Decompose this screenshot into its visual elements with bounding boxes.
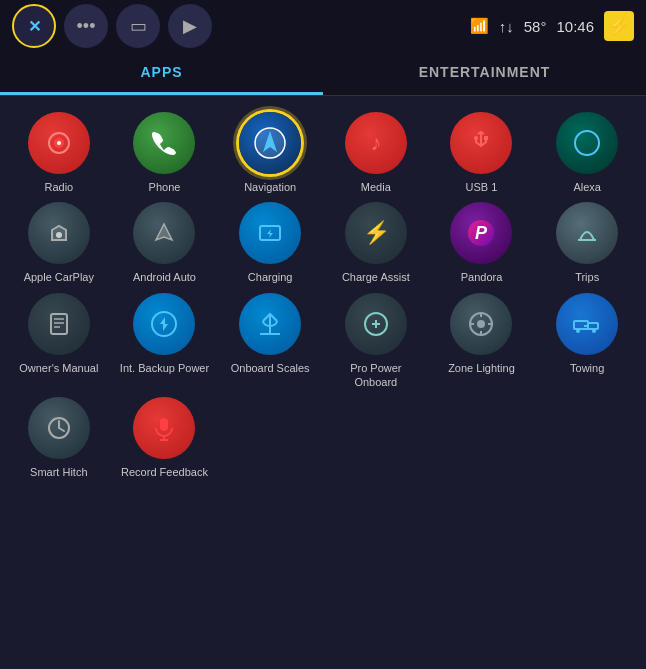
app-record-feedback[interactable]: Record Feedback [116,397,212,479]
alexa-icon [556,112,618,174]
onboard-scales-icon [239,293,301,355]
svg-rect-28 [588,323,598,329]
pro-power-onboard-icon [345,293,407,355]
svg-point-22 [477,320,485,328]
smart-hitch-icon [28,397,90,459]
radio-icon [28,112,90,174]
app-trips[interactable]: Trips [539,202,635,284]
android-auto-label: Android Auto [133,270,196,284]
app-radio[interactable]: Radio [11,112,107,194]
apps-container: RadioPhoneNavigation♪MediaUSB 1AlexaAppl… [0,96,646,663]
app-usb1[interactable]: USB 1 [433,112,529,194]
dots-icon[interactable]: ••• [64,4,108,48]
svg-point-29 [576,329,580,333]
signal-icon: ↑↓ [499,18,514,35]
media-icon: ♪ [345,112,407,174]
tab-entertainment[interactable]: ENTERTAINMENT [323,52,646,95]
svg-point-30 [592,329,596,333]
towing-icon [556,293,618,355]
zone-lighting-icon [450,293,512,355]
play-icon[interactable]: ▶ [168,4,212,48]
app-pro-power-onboard[interactable]: Pro Power Onboard [328,293,424,390]
app-charging[interactable]: Charging [222,202,318,284]
app-phone[interactable]: Phone [116,112,212,194]
app-zone-lighting[interactable]: Zone Lighting [433,293,529,390]
int-backup-power-icon [133,293,195,355]
status-right: 📶 ↑↓ 58° 10:46 ⚡ [470,11,634,41]
record-feedback-icon [133,397,195,459]
pandora-label: Pandora [461,270,503,284]
owners-manual-icon [28,293,90,355]
svg-rect-13 [51,314,67,334]
radio-label: Radio [44,180,73,194]
tab-apps[interactable]: APPS [0,52,323,95]
app-navigation[interactable]: Navigation [222,112,318,194]
svg-point-2 [57,141,61,145]
towing-label: Towing [570,361,604,375]
svg-rect-6 [484,136,488,140]
app-int-backup-power[interactable]: Int. Backup Power [116,293,212,390]
app-owners-manual[interactable]: Owner's Manual [11,293,107,390]
int-backup-power-label: Int. Backup Power [120,361,209,375]
bolt-icon: ⚡ [604,11,634,41]
trips-label: Trips [575,270,599,284]
zone-lighting-label: Zone Lighting [448,361,515,375]
apple-carplay-icon [28,202,90,264]
smart-hitch-label: Smart Hitch [30,465,87,479]
app-media[interactable]: ♪Media [328,112,424,194]
charge-assist-label: Charge Assist [342,270,410,284]
app-pandora[interactable]: PPandora [433,202,529,284]
apps-grid: RadioPhoneNavigation♪MediaUSB 1AlexaAppl… [8,112,638,479]
svg-point-5 [474,136,478,140]
status-left: ✕ ••• ▭ ▶ [12,4,212,48]
trips-icon [556,202,618,264]
apple-carplay-label: Apple CarPlay [24,270,94,284]
pandora-icon: P [450,202,512,264]
svg-rect-33 [160,418,168,431]
onboard-scales-label: Onboard Scales [231,361,310,375]
wifi-icon: 📶 [470,17,489,35]
charging-label: Charging [248,270,293,284]
app-alexa[interactable]: Alexa [539,112,635,194]
svg-text:♪: ♪ [370,130,381,155]
app-android-auto[interactable]: Android Auto [116,202,212,284]
owners-manual-label: Owner's Manual [19,361,98,375]
status-bar: ✕ ••• ▭ ▶ 📶 ↑↓ 58° 10:46 ⚡ [0,0,646,52]
app-charge-assist[interactable]: ⚡Charge Assist [328,202,424,284]
screen-icon[interactable]: ▭ [116,4,160,48]
svg-text:P: P [475,223,488,243]
app-apple-carplay[interactable]: Apple CarPlay [11,202,107,284]
record-feedback-label: Record Feedback [121,465,208,479]
usb1-icon [450,112,512,174]
charging-icon [239,202,301,264]
app-towing[interactable]: Towing [539,293,635,390]
app-smart-hitch[interactable]: Smart Hitch [11,397,107,479]
tab-bar: APPS ENTERTAINMENT [0,52,646,96]
pro-power-onboard-label: Pro Power Onboard [328,361,424,390]
svg-point-8 [56,232,62,238]
app-onboard-scales[interactable]: Onboard Scales [222,293,318,390]
phone-icon [133,112,195,174]
usb1-label: USB 1 [466,180,498,194]
svg-point-7 [575,131,599,155]
phone-label: Phone [149,180,181,194]
android-auto-icon [133,202,195,264]
alexa-label: Alexa [573,180,601,194]
media-label: Media [361,180,391,194]
close-button[interactable]: ✕ [12,4,56,48]
svg-text:⚡: ⚡ [362,219,390,246]
time: 10:46 [556,18,594,35]
navigation-icon [239,112,301,174]
temperature: 58° [524,18,547,35]
navigation-label: Navigation [244,180,296,194]
charge-assist-icon: ⚡ [345,202,407,264]
